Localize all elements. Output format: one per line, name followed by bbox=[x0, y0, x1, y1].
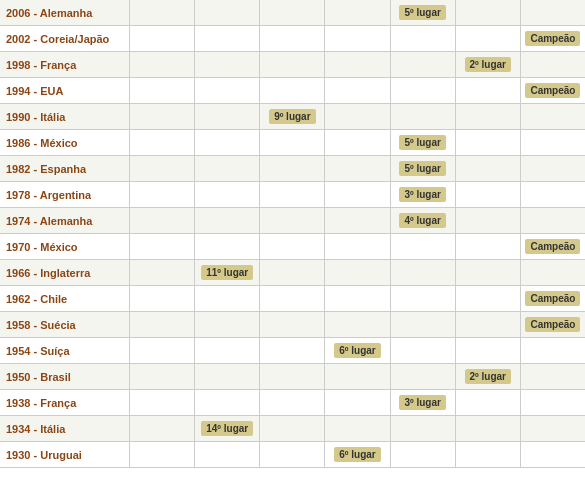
table-row: 1994 - EUACampeão bbox=[0, 78, 585, 104]
grid-cell bbox=[325, 390, 390, 415]
grid-cell bbox=[456, 390, 521, 415]
grid-cell: 14º lugar bbox=[195, 416, 260, 441]
grid-cell bbox=[130, 104, 195, 129]
cell-value: 3º lugar bbox=[399, 395, 445, 410]
grid-cell bbox=[130, 286, 195, 311]
grid-cell: 11º lugar bbox=[195, 260, 260, 285]
cell-value: 2º lugar bbox=[465, 57, 511, 72]
table-row: 1978 - Argentina3º lugar bbox=[0, 182, 585, 208]
grid-cell bbox=[130, 26, 195, 51]
table-row: 1974 - Alemanha4º lugar bbox=[0, 208, 585, 234]
grid-cell bbox=[521, 390, 585, 415]
grid-cell bbox=[195, 442, 260, 467]
table-row: 2002 - Coreia/JapãoCampeão bbox=[0, 26, 585, 52]
grid-cell bbox=[130, 234, 195, 259]
year-label: 1986 - México bbox=[0, 130, 130, 155]
grid-cell bbox=[130, 260, 195, 285]
cell-value: 5º lugar bbox=[399, 135, 445, 150]
grid-cell bbox=[130, 182, 195, 207]
grid-cell bbox=[195, 156, 260, 181]
grid-cell bbox=[325, 130, 390, 155]
year-label: 2002 - Coreia/Japão bbox=[0, 26, 130, 51]
grid-cell bbox=[456, 78, 521, 103]
grid-cell bbox=[260, 364, 325, 389]
table-row: 1950 - Brasil2º lugar bbox=[0, 364, 585, 390]
grid-cell bbox=[391, 52, 456, 77]
year-label: 1970 - México bbox=[0, 234, 130, 259]
grid-cell bbox=[391, 260, 456, 285]
grid-cell bbox=[456, 0, 521, 25]
grid-cell bbox=[521, 260, 585, 285]
grid-cell bbox=[325, 364, 390, 389]
grid-cell bbox=[521, 130, 585, 155]
grid-cell: 2º lugar bbox=[456, 364, 521, 389]
grid-cell bbox=[521, 156, 585, 181]
grid-cell bbox=[456, 182, 521, 207]
year-label: 2006 - Alemanha bbox=[0, 0, 130, 25]
cell-value: Campeão bbox=[525, 31, 580, 46]
grid-cell bbox=[260, 182, 325, 207]
grid-cell bbox=[195, 312, 260, 337]
grid-cell bbox=[325, 52, 390, 77]
cell-value: Campeão bbox=[525, 317, 580, 332]
grid-cell bbox=[391, 104, 456, 129]
grid-cell bbox=[391, 78, 456, 103]
year-label: 1994 - EUA bbox=[0, 78, 130, 103]
grid-cell bbox=[521, 52, 585, 77]
grid-cell bbox=[130, 416, 195, 441]
grid-cell bbox=[195, 234, 260, 259]
grid-cell bbox=[130, 208, 195, 233]
grid-cell: 3º lugar bbox=[391, 182, 456, 207]
grid-cell bbox=[521, 208, 585, 233]
grid-cell bbox=[456, 260, 521, 285]
grid-cell bbox=[391, 286, 456, 311]
grid-cell bbox=[130, 312, 195, 337]
grid-cell bbox=[391, 312, 456, 337]
grid-cell bbox=[521, 364, 585, 389]
grid-cell bbox=[130, 338, 195, 363]
grid-cell bbox=[456, 104, 521, 129]
grid-cell bbox=[130, 130, 195, 155]
table-row: 1954 - Suíça6º lugar bbox=[0, 338, 585, 364]
grid-cell bbox=[325, 234, 390, 259]
grid-cell bbox=[456, 130, 521, 155]
cell-value: 6º lugar bbox=[334, 343, 380, 358]
grid-cell: Campeão bbox=[521, 26, 585, 51]
grid-cell bbox=[130, 442, 195, 467]
grid-cell bbox=[325, 312, 390, 337]
grid-cell bbox=[195, 286, 260, 311]
grid-cell bbox=[521, 338, 585, 363]
grid-cell bbox=[325, 416, 390, 441]
year-label: 1990 - Itália bbox=[0, 104, 130, 129]
grid-cell bbox=[195, 0, 260, 25]
grid-cell bbox=[195, 52, 260, 77]
grid-cell: 6º lugar bbox=[325, 442, 390, 467]
grid-cell bbox=[456, 416, 521, 441]
year-label: 1974 - Alemanha bbox=[0, 208, 130, 233]
grid-cell bbox=[456, 156, 521, 181]
cell-value: 5º lugar bbox=[399, 161, 445, 176]
grid-cell bbox=[325, 182, 390, 207]
cell-value: 9º lugar bbox=[269, 109, 315, 124]
grid-cell: 5º lugar bbox=[391, 156, 456, 181]
grid-cell bbox=[325, 78, 390, 103]
grid-cell bbox=[195, 364, 260, 389]
grid-cell bbox=[391, 26, 456, 51]
table-row: 2006 - Alemanha5º lugar bbox=[0, 0, 585, 26]
grid-cell bbox=[195, 130, 260, 155]
grid-cell bbox=[260, 130, 325, 155]
year-label: 1954 - Suíça bbox=[0, 338, 130, 363]
year-label: 1978 - Argentina bbox=[0, 182, 130, 207]
grid-cell bbox=[325, 0, 390, 25]
grid-cell bbox=[521, 0, 585, 25]
grid-cell bbox=[391, 416, 456, 441]
year-label: 1938 - França bbox=[0, 390, 130, 415]
grid-cell bbox=[260, 52, 325, 77]
table-row: 1982 - Espanha5º lugar bbox=[0, 156, 585, 182]
grid-cell: 6º lugar bbox=[325, 338, 390, 363]
grid-cell bbox=[195, 26, 260, 51]
grid-cell bbox=[325, 104, 390, 129]
grid-cell bbox=[260, 156, 325, 181]
grid-cell bbox=[260, 442, 325, 467]
table-row: 1930 - Uruguai6º lugar bbox=[0, 442, 585, 468]
